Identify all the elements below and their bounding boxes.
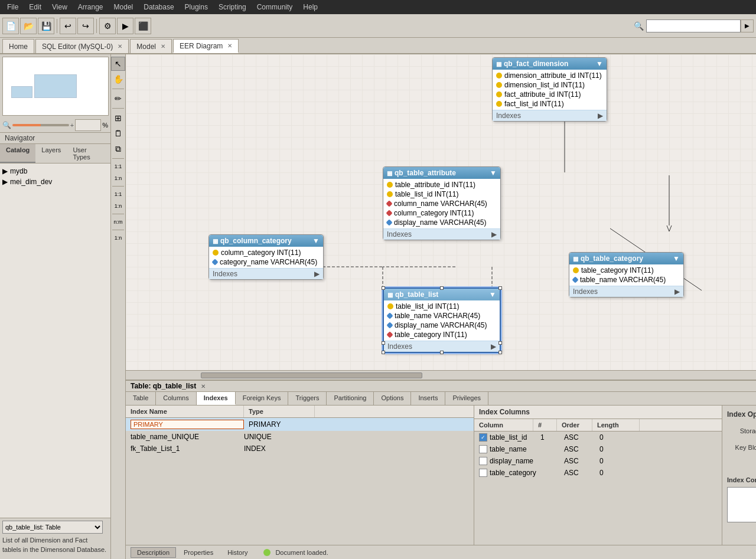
- stop-button[interactable]: ⬛: [135, 18, 151, 34]
- ic-row-table-name[interactable]: table_name ASC 0: [474, 443, 722, 455]
- tool-select[interactable]: ↖: [111, 57, 125, 71]
- tab-close-sql[interactable]: ✕: [118, 43, 122, 50]
- field-table-name-cat[interactable]: table_name VARCHAR(45): [569, 275, 683, 285]
- ic-row-table-category[interactable]: table_category ASC 0: [474, 467, 722, 479]
- tool-note[interactable]: 🗒: [111, 126, 125, 140]
- menu-plugins[interactable]: Plugins: [180, 2, 213, 12]
- zoom-in-icon[interactable]: +: [70, 122, 74, 129]
- field-table-category-id[interactable]: table_category INT(11): [569, 266, 683, 275]
- index-row-table-name-unique[interactable]: table_name_UNIQUE UNIQUE: [126, 431, 474, 443]
- open-button[interactable]: 📂: [20, 18, 37, 34]
- panel-tab-partitioning[interactable]: Partitioning: [327, 392, 374, 405]
- catalog-tab-user-types[interactable]: User Types: [67, 144, 110, 163]
- menu-arrange[interactable]: Arrange: [73, 2, 108, 12]
- tool-rel-1n[interactable]: 1:n: [111, 201, 125, 211]
- panel-tab-privileges[interactable]: Privileges: [445, 392, 488, 405]
- panel-tab-indexes[interactable]: Indexes: [197, 392, 236, 405]
- menu-help[interactable]: Help: [298, 2, 322, 12]
- eer-table-qb-table-attribute[interactable]: ▦ qb_table_attribute ▼ table_attribute_i…: [383, 166, 501, 240]
- ic-row-display-name[interactable]: display_name ASC 0: [474, 455, 722, 467]
- menu-model[interactable]: Model: [109, 2, 138, 12]
- eer-indexes-qb-table-category[interactable]: Indexes ▶: [569, 286, 683, 297]
- menu-scripting[interactable]: Scripting: [214, 2, 251, 12]
- tool-layer[interactable]: ⧉: [111, 142, 125, 156]
- tool-rel-1n-b[interactable]: 1:n: [111, 233, 125, 243]
- tool-table[interactable]: ⊞: [111, 111, 125, 125]
- field-dimension-attribute-id[interactable]: dimension_attribute_id INT(11): [493, 71, 607, 80]
- field-category-name[interactable]: category_name VARCHAR(45): [209, 257, 323, 267]
- col-checkbox-display-name[interactable]: [479, 457, 487, 465]
- table-menu-icon-2[interactable]: ▼: [490, 169, 497, 177]
- catalog-tab-layers[interactable]: Layers: [35, 144, 67, 163]
- panel-tab-triggers[interactable]: Triggers: [288, 392, 327, 405]
- tab-eer-diagram[interactable]: EER Diagram✕: [173, 39, 239, 53]
- panel-tab-options[interactable]: Options: [374, 392, 411, 405]
- tool-rel-nm[interactable]: n:m: [111, 217, 125, 227]
- save-button[interactable]: 💾: [38, 18, 54, 34]
- tree-item-mei-dim-dev[interactable]: ▶ mei_dim_dev: [2, 176, 108, 187]
- eer-indexes-qb-column-category[interactable]: Indexes ▶: [209, 268, 323, 279]
- index-comment-textarea[interactable]: [727, 487, 756, 522]
- eer-table-qb-column-category[interactable]: ▦ qb_column_category ▼ column_category I…: [208, 234, 324, 280]
- redo-button[interactable]: ↪: [77, 18, 94, 34]
- tab-home[interactable]: Home: [2, 39, 34, 53]
- eer-table-qb-table-list[interactable]: ▦ qb_table_list ▼ table_list_id INT(11): [383, 287, 501, 353]
- menu-view[interactable]: View: [47, 2, 72, 12]
- zoom-input[interactable]: 100: [75, 119, 101, 131]
- field-display-name-list[interactable]: display_name VARCHAR(45): [384, 321, 500, 330]
- field-dimension-list-id[interactable]: dimension_list_id INT(11): [493, 80, 607, 90]
- panel-close-button[interactable]: ✕: [201, 383, 206, 390]
- field-table-list-id-attr[interactable]: table_list_id INT(11): [383, 189, 500, 199]
- tab-model[interactable]: Model✕: [130, 39, 172, 53]
- tree-item-mydb[interactable]: ▶ mydb: [2, 166, 108, 176]
- field-display-name-attr[interactable]: display_name VARCHAR(45): [383, 218, 500, 227]
- index-row-primary[interactable]: PRIMARY PRIMARY: [126, 418, 474, 431]
- tool-rel-1-n[interactable]: 1:n: [111, 173, 125, 184]
- table-menu-icon[interactable]: ▼: [596, 60, 603, 68]
- toggle-button[interactable]: ⚙: [99, 18, 116, 34]
- eer-indexes-qb-table-attribute[interactable]: Indexes ▶: [383, 228, 500, 240]
- field-table-name-list[interactable]: table_name VARCHAR(45): [384, 311, 500, 321]
- field-table-list-id[interactable]: table_list_id INT(11): [384, 302, 500, 311]
- table-menu-icon-3[interactable]: ▼: [312, 237, 320, 245]
- search-input[interactable]: [646, 19, 741, 32]
- field-table-attribute-id[interactable]: table_attribute_id INT(11): [383, 180, 500, 189]
- tool-rel-11[interactable]: 1:1: [111, 189, 125, 200]
- menu-community[interactable]: Community: [252, 2, 298, 12]
- table-select[interactable]: qb_table_list: Table: [2, 521, 103, 534]
- field-column-category-id[interactable]: column_category INT(11): [209, 248, 323, 257]
- index-row-fk-table-list[interactable]: fk_Table_List_1 INDEX: [126, 443, 474, 455]
- field-fact-attribute-id[interactable]: fact_attribute_id INT(11): [493, 90, 607, 99]
- status-tab-description[interactable]: Description: [131, 547, 176, 558]
- tab-sql-editor[interactable]: SQL Editor (MySQL-0)✕: [35, 39, 129, 53]
- zoom-out-icon[interactable]: 🔍: [2, 121, 11, 129]
- tool-eraser[interactable]: ✏: [111, 91, 125, 106]
- table-menu-icon-5[interactable]: ▼: [673, 254, 680, 263]
- panel-tab-foreign-keys[interactable]: Foreign Keys: [236, 392, 289, 405]
- status-tab-properties[interactable]: Properties: [177, 547, 220, 558]
- tool-hand[interactable]: ✋: [111, 72, 125, 86]
- tool-rel-1-1[interactable]: 1:1: [111, 161, 125, 172]
- horizontal-scrollbar[interactable]: [126, 370, 756, 380]
- execute-button[interactable]: ▶: [117, 18, 133, 34]
- col-checkbox-table-name[interactable]: [479, 445, 487, 453]
- menu-database[interactable]: Database: [139, 2, 178, 12]
- field-column-name[interactable]: column_name VARCHAR(45): [383, 199, 500, 208]
- eer-table-qb-fact-dimension[interactable]: ▦ qb_fact_dimension ▼ dimension_attribut…: [492, 57, 607, 122]
- eer-canvas[interactable]: ▦ qb_fact_dimension ▼ dimension_attribut…: [126, 54, 756, 370]
- field-fact-list-id[interactable]: fact_list_id INT(11): [493, 99, 607, 109]
- zoom-slider[interactable]: [12, 124, 69, 126]
- field-table-category-list[interactable]: table_category INT(11): [384, 330, 500, 339]
- eer-indexes-qb-fact-dimension[interactable]: Indexes ▶: [493, 110, 607, 121]
- undo-button[interactable]: ↩: [60, 18, 76, 34]
- panel-tab-inserts[interactable]: Inserts: [411, 392, 445, 405]
- panel-tab-columns[interactable]: Columns: [156, 392, 196, 405]
- tab-close-eer[interactable]: ✕: [227, 43, 232, 49]
- eer-table-qb-table-category[interactable]: ▦ qb_table_category ▼ table_category INT…: [569, 252, 684, 298]
- panel-tab-table[interactable]: Table: [126, 392, 156, 405]
- col-checkbox-table-category[interactable]: [479, 469, 487, 477]
- catalog-tab-catalog[interactable]: Catalog: [0, 144, 35, 163]
- ic-row-table-list-id[interactable]: table_list_id 1 ASC 0: [474, 431, 722, 443]
- status-tab-history[interactable]: History: [221, 547, 254, 558]
- tab-close-model[interactable]: ✕: [161, 43, 165, 50]
